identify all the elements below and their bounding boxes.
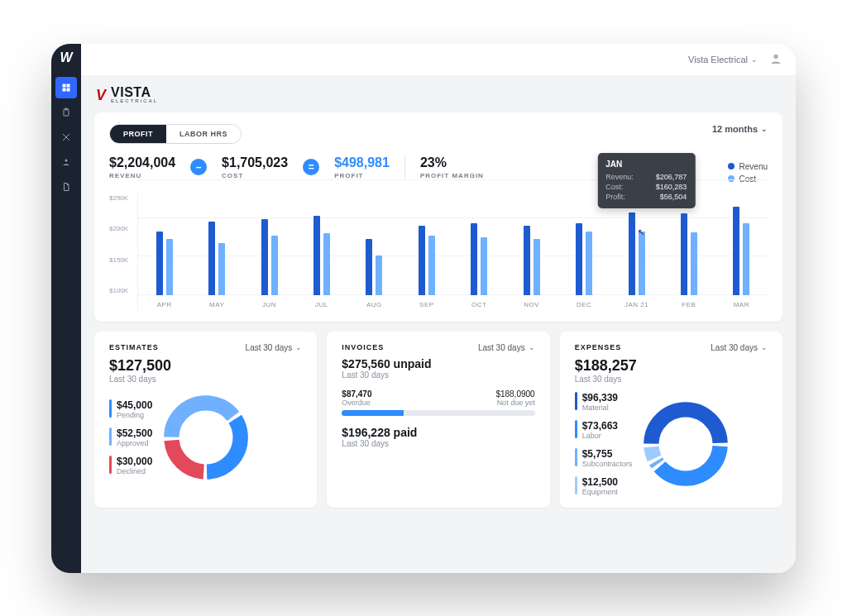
stat-label: Labor xyxy=(582,432,618,440)
color-tick xyxy=(575,448,577,466)
kpi-cost: $1,705,023 COST xyxy=(222,155,288,179)
invoices-card: INVOICES Last 30 days⌄ $275,560 unpaid L… xyxy=(327,332,549,508)
y-tick: $100K xyxy=(109,287,137,294)
svg-point-6 xyxy=(65,159,68,161)
org-switcher[interactable]: Vista Electrical ⌄ xyxy=(688,55,758,64)
range-selector[interactable]: 12 months ⌄ xyxy=(712,124,768,134)
chevron-down-icon: ⌄ xyxy=(761,125,768,133)
bar-revenu[interactable] xyxy=(208,222,215,295)
bar-cost[interactable] xyxy=(691,232,697,295)
x-label: NOV xyxy=(524,301,539,308)
chart-month[interactable]: NOV xyxy=(505,226,557,295)
expenses-donut xyxy=(640,399,731,489)
stat-label: Material xyxy=(582,404,618,412)
legend-revenue: Revenu xyxy=(728,162,768,171)
plot[interactable]: APRMAYJUNJULAUGSEPOCTNOVDECJAN 21JANReve… xyxy=(137,194,768,310)
kpi-profit: $498,981 PROFIT xyxy=(334,155,390,179)
bar-cost[interactable] xyxy=(481,237,487,295)
chevron-down-icon: ⌄ xyxy=(295,343,302,351)
bar-cost[interactable] xyxy=(166,239,173,294)
tab-profit[interactable]: PROFIT xyxy=(110,125,166,143)
chart-month[interactable]: SEP xyxy=(400,226,452,295)
bar-cost[interactable] xyxy=(639,232,645,295)
chart-month[interactable]: FEB xyxy=(663,213,715,294)
user-avatar-icon[interactable] xyxy=(769,52,782,67)
profit-chart-card: PROFIT LABOR HRS 12 months ⌄ $2,204,004 … xyxy=(94,112,782,322)
chart-month[interactable]: JUL xyxy=(295,216,347,295)
bar-cost[interactable] xyxy=(743,223,749,294)
bar-cost[interactable] xyxy=(376,255,382,295)
tooltip-title: JAN xyxy=(605,160,687,169)
x-label: AUG xyxy=(366,301,382,308)
stat-value: $52,500 xyxy=(117,427,152,439)
chart-month[interactable]: DEC xyxy=(557,223,610,294)
bar-revenu[interactable] xyxy=(366,239,372,294)
estimates-period-selector[interactable]: Last 30 days⌄ xyxy=(246,343,303,352)
chart-month[interactable]: MAY xyxy=(190,222,242,295)
chart-month[interactable]: JAN 21JANRevenu:$206,787Cost:$160,283Pro… xyxy=(610,212,663,294)
bar-cost[interactable] xyxy=(534,239,540,294)
bar-cost[interactable] xyxy=(271,236,278,295)
kpi-margin-value: 23% xyxy=(420,155,484,170)
nav-people[interactable] xyxy=(55,151,77,173)
nav-dashboard[interactable] xyxy=(55,77,77,98)
x-label: MAY xyxy=(209,301,224,308)
stat-label: Pending xyxy=(117,411,152,419)
kpi-revenue-value: $2,204,004 xyxy=(109,155,175,170)
stat-label: Equipment xyxy=(582,488,618,496)
chart-month[interactable]: OCT xyxy=(453,223,505,294)
chart-month[interactable]: JUN xyxy=(243,219,295,294)
company-logo: V VISTA ELECTRICAL xyxy=(94,84,782,112)
bar-revenu[interactable] xyxy=(313,216,320,295)
chart-area: $250K$200K$150K$100K APRMAYJUNJULAUGSEPO… xyxy=(109,194,768,310)
content: V VISTA ELECTRICAL PROFIT LABOR HRS 12 m… xyxy=(81,75,796,573)
bar-revenu[interactable] xyxy=(261,219,268,294)
nav-clipboard[interactable] xyxy=(55,102,77,123)
org-name: Vista Electrical xyxy=(688,55,748,64)
bar-cost[interactable] xyxy=(323,233,330,294)
chevron-down-icon: ⌄ xyxy=(529,343,535,351)
kpi-cost-label: COST xyxy=(222,172,288,179)
stat-item: $45,000Pending xyxy=(109,399,152,419)
y-tick: $250K xyxy=(109,194,137,202)
bar-revenu[interactable] xyxy=(471,223,477,294)
estimates-total: $127,500 xyxy=(109,357,302,375)
brand-name: VISTA xyxy=(111,87,158,98)
bar-revenu[interactable] xyxy=(576,223,582,294)
invoices-unpaid: $275,560 unpaid Last 30 days xyxy=(342,357,534,380)
bar-cost[interactable] xyxy=(428,236,435,295)
invoices-period-selector[interactable]: Last 30 days⌄ xyxy=(478,343,535,352)
chart-month[interactable]: AUG xyxy=(348,239,400,294)
color-tick xyxy=(575,476,577,494)
app-logo: W xyxy=(60,50,72,65)
invoices-split-amounts: $87,470 $188,0900 xyxy=(342,389,534,399)
expenses-period-selector[interactable]: Last 30 days⌄ xyxy=(711,343,768,352)
expenses-total-sub: Last 30 days xyxy=(575,375,768,384)
tab-labor-hrs[interactable]: LABOR HRS xyxy=(166,125,241,143)
expenses-title: EXPENSES xyxy=(575,343,622,351)
stat-value: $30,000 xyxy=(117,456,152,467)
svg-rect-2 xyxy=(63,88,66,91)
bar-revenu[interactable] xyxy=(419,226,425,295)
bar-revenu[interactable] xyxy=(156,232,163,295)
main-area: Vista Electrical ⌄ V VISTA ELECTRICAL PR… xyxy=(81,44,796,573)
expenses-total: $188,257 xyxy=(575,357,768,375)
chart-month[interactable]: APR xyxy=(138,232,190,295)
bar-revenu[interactable] xyxy=(524,226,530,295)
bar-cost[interactable] xyxy=(586,232,592,295)
color-tick xyxy=(575,392,577,410)
chart-month[interactable]: MAR xyxy=(715,207,768,295)
kpi-margin: 23% PROFIT MARGIN xyxy=(420,155,484,179)
color-tick xyxy=(109,456,112,474)
bar-revenu[interactable] xyxy=(629,212,635,294)
bar-revenu[interactable] xyxy=(733,207,739,295)
stat-item: $52,500Approved xyxy=(109,427,152,447)
chevron-down-icon: ⌄ xyxy=(751,55,758,64)
x-label: MAR xyxy=(734,301,749,308)
stat-item: $30,000Declined xyxy=(109,456,152,475)
bar-revenu[interactable] xyxy=(681,213,687,294)
nav-tools[interactable] xyxy=(55,127,77,148)
svg-rect-1 xyxy=(67,84,70,87)
nav-document[interactable] xyxy=(55,176,77,198)
bar-cost[interactable] xyxy=(218,243,225,294)
